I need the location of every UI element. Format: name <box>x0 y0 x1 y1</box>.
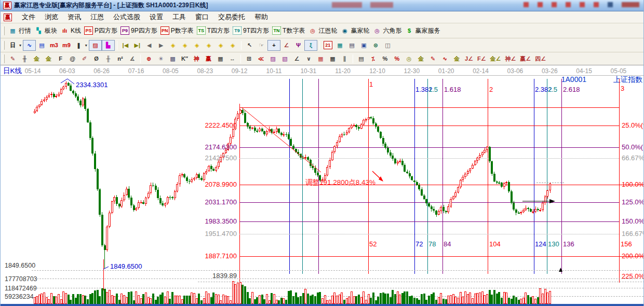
next-button[interactable]: ▶ <box>155 40 167 51</box>
angle-mirror-tool[interactable]: ∡ <box>126 53 138 64</box>
width-span-tool[interactable]: ↔ <box>226 53 238 64</box>
menu-item-4[interactable]: 公式选股 <box>109 11 145 23</box>
gold-circle-tool[interactable]: ◎ <box>403 53 415 64</box>
axis-grid-tool[interactable]: ▦ <box>327 53 339 64</box>
boxed-web-tool[interactable]: ▩ <box>167 53 179 64</box>
gann-wheel-button[interactable]: ◎江恩轮 <box>306 25 339 36</box>
j-angle-tool[interactable]: J∠ <box>463 53 475 64</box>
9t-square-button[interactable]: T99T四方形 <box>231 25 271 36</box>
titlebar-button-icon[interactable] <box>622 2 639 7</box>
red-fan-tool[interactable]: ≪ <box>255 53 267 64</box>
menu-item-0[interactable]: 文件 <box>17 11 40 23</box>
red-grid-tool[interactable]: ▦ <box>315 53 327 64</box>
window-control-buttons[interactable] <box>524 2 639 7</box>
quotes-button[interactable]: ▦行情 <box>7 25 33 36</box>
boxed-fan-b-tool[interactable]: ▧ <box>279 53 291 64</box>
menu-item-6[interactable]: 工具 <box>168 11 191 23</box>
shen-angle-tool[interactable]: 神∠ <box>503 53 518 64</box>
ying-angle-tool[interactable]: 赢∠ <box>518 53 533 64</box>
titlebar-button-icon[interactable] <box>552 2 557 7</box>
t-square-button[interactable]: TST四方形 <box>195 25 231 36</box>
titlebar-button-icon[interactable] <box>524 2 529 7</box>
zigzag-tool[interactable]: ∿ <box>23 40 36 51</box>
wave-3-tool[interactable]: m3 <box>48 40 60 51</box>
si-angle-tool[interactable]: 四∠ <box>533 53 548 64</box>
diamond-span-h-button[interactable]: ◈ <box>191 40 203 51</box>
gold-level-tool[interactable]: 金 <box>415 53 427 64</box>
diamond-compress-left-button[interactable]: ◈ <box>167 40 179 51</box>
first-page-button[interactable]: |◀ <box>119 40 131 51</box>
gold-gauge-a-tool[interactable]: 金 <box>31 53 43 64</box>
candle-style-button[interactable]: ❚▾ <box>73 40 89 51</box>
pointer-tool[interactable]: ↖ <box>244 40 256 51</box>
candle-style-button-dropdown-icon[interactable]: ▾ <box>85 43 87 48</box>
titlebar-button-icon[interactable] <box>608 2 613 7</box>
bottom-scroll-strip[interactable] <box>1 304 644 306</box>
v-wave-tool[interactable]: ∨ <box>303 53 315 64</box>
prev-button[interactable]: ◀ <box>143 40 155 51</box>
diamond-expand-all-button[interactable]: ◈ <box>215 40 227 51</box>
angle-measure-tool[interactable]: ∠ <box>280 40 292 51</box>
gann-frame-tool[interactable]: ⊞ <box>243 53 255 64</box>
t-number-table-button[interactable]: TNT数字表 <box>271 25 306 36</box>
sectors-button[interactable]: ▚板块 <box>33 25 59 36</box>
compass-pen-tool[interactable]: ✎ <box>7 53 19 64</box>
circle-target-tool[interactable]: ⊕ <box>143 53 155 64</box>
shen-tool[interactable]: 神 <box>191 53 203 64</box>
n-squared-tool[interactable]: n² <box>114 53 126 64</box>
diamond-compress-all-button[interactable]: ◈ <box>227 40 239 51</box>
trend-percent-tool[interactable]: ⁒ <box>367 53 379 64</box>
ying-tool[interactable]: 赢 <box>203 53 214 64</box>
menu-item-2[interactable]: 资讯 <box>63 11 86 23</box>
period-day-button[interactable]: 日▾ <box>7 40 23 51</box>
workstation-button[interactable]: ◫ <box>382 40 394 51</box>
menu-item-1[interactable]: 浏览 <box>40 11 63 23</box>
pen-gauge-tool[interactable]: ✐ <box>78 53 90 64</box>
gold-parallel-tool[interactable]: 金 <box>451 53 463 64</box>
p-number-table-button[interactable]: PNP数字表 <box>159 25 195 36</box>
spider-web-tool[interactable]: ✳ <box>155 53 167 64</box>
histogram-tool[interactable]: ▙ <box>102 40 115 51</box>
kline-button[interactable]: ılıK线 <box>59 25 83 36</box>
winner-wheel-button[interactable]: ◉赢家轮 <box>339 25 371 36</box>
diamond-span-cross-button[interactable]: ◈ <box>203 40 215 51</box>
menu-item-7[interactable]: 窗口 <box>191 11 213 23</box>
calendar-21-button[interactable]: 21 <box>322 40 334 51</box>
percent-tool[interactable]: % <box>379 53 391 64</box>
percent-line-tool[interactable]: % <box>391 53 403 64</box>
ruler-tool[interactable]: ╫ <box>102 53 114 64</box>
brain-analysis-button[interactable]: ξ <box>304 40 317 51</box>
menu-item-3[interactable]: 江恩 <box>86 11 109 23</box>
number-grid-tool[interactable]: ▦ <box>214 53 226 64</box>
titlebar-button-icon[interactable] <box>566 2 571 7</box>
parallel-lines-tool[interactable]: ∥ <box>339 53 351 64</box>
9p-square-button[interactable]: P99P四方形 <box>119 25 159 36</box>
notes-button[interactable]: ▤ <box>346 40 358 51</box>
hand-tool[interactable]: ☞ <box>256 40 267 51</box>
save-button[interactable]: ▣ <box>358 40 370 51</box>
tick-ruler-tool[interactable]: ╫ <box>19 53 31 64</box>
p-square-button[interactable]: PSP四方形 <box>83 25 119 36</box>
menu-item-9[interactable]: 帮助 <box>250 11 273 23</box>
titlebar-button-icon[interactable] <box>594 2 599 7</box>
menu-item-8[interactable]: 交易委托 <box>213 11 250 23</box>
price-panel-tool[interactable]: ▤ <box>355 53 367 64</box>
gold-gauge-b-tool[interactable]: 金 <box>43 53 55 64</box>
wave-9-tool[interactable]: m9 <box>60 40 73 51</box>
info-document-button[interactable]: ▤ <box>36 40 48 51</box>
titlebar-button-icon[interactable] <box>580 2 585 7</box>
hexagon-button[interactable]: ◎六角形 <box>371 25 403 36</box>
map-tool[interactable]: ▨ <box>89 40 102 51</box>
gold-angle-tool[interactable]: 金∠ <box>488 53 503 64</box>
angle-fan-tool[interactable]: ∠ <box>291 53 303 64</box>
f-angle-tool[interactable]: F∠ <box>475 53 488 64</box>
calculator-button[interactable]: ▦ <box>334 40 346 51</box>
tree-view-button[interactable]: Ψ <box>292 40 304 51</box>
period-day-button-dropdown-icon[interactable]: ▾ <box>19 43 21 48</box>
export-web-button[interactable]: ⊛ <box>370 40 382 51</box>
k-quote-tool[interactable]: K″ <box>179 53 191 64</box>
dial-gauge-tool[interactable]: Ø <box>90 53 102 64</box>
diamond-expand-right-button[interactable]: ◈ <box>179 40 191 51</box>
fib-pen-tool[interactable]: ✎ <box>427 53 439 64</box>
last-page-button[interactable]: ▶| <box>131 40 143 51</box>
